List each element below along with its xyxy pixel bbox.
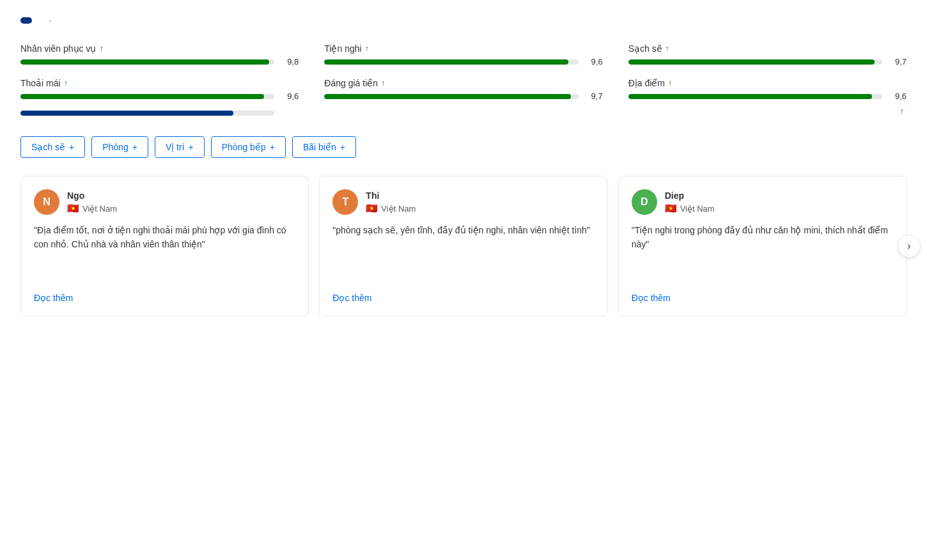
category-label: Địa điểm ↑: [628, 78, 907, 88]
read-more-link[interactable]: Đọc thêm: [332, 293, 594, 303]
reviewer-details: Diep 🇻🇳 Việt Nam: [665, 190, 715, 214]
reviewer-info: T Thi 🇻🇳 Việt Nam: [332, 189, 594, 215]
review-card: N Ngo 🇻🇳 Việt Nam "Địa điểm tốt, nơi ở t…: [20, 176, 309, 316]
score-badge: [20, 17, 32, 24]
avatar: T: [332, 189, 358, 215]
bar-row: 9,7: [324, 91, 602, 101]
category-item: Tiện nghi ↑ 9,6: [324, 43, 602, 66]
category-label: Đáng giá tiền ↑: [324, 78, 602, 88]
bar-row: 9,8: [20, 57, 299, 66]
category-arrow-icon: ↑: [666, 44, 669, 53]
score-header: ·: [20, 15, 907, 26]
bar-fill: [628, 94, 872, 99]
bar-value: 9,6: [585, 57, 603, 66]
reviewer-details: Ngo 🇻🇳 Việt Nam: [67, 190, 117, 214]
topic-plus-icon: +: [189, 142, 194, 152]
bar-row: 9,6: [324, 57, 602, 66]
topic-chip[interactable]: Phòng+: [91, 136, 148, 158]
category-arrow-icon: ↑: [668, 79, 672, 88]
bar-track: [628, 94, 882, 99]
categories-grid: Nhân viên phục vụ ↑ 9,8 Tiện nghi ↑ 9,6 …: [20, 43, 907, 101]
bar-row: 9,7: [628, 57, 907, 66]
read-more-link[interactable]: Đọc thêm: [34, 293, 295, 303]
category-label: Thoải mái ↑: [20, 78, 299, 88]
reviewer-name: Diep: [665, 190, 715, 201]
reviewer-country: 🇻🇳 Việt Nam: [665, 203, 715, 214]
bar-row: 9,6: [628, 91, 907, 101]
flag-icon: 🇻🇳: [665, 203, 677, 214]
wifi-bar-row: [20, 111, 299, 116]
review-text: "Tiện nghi trong phòng đầy đủ như căn hộ…: [632, 224, 893, 285]
flag-icon: 🇻🇳: [366, 203, 378, 214]
bar-track: [20, 94, 274, 99]
country-label: Việt Nam: [82, 204, 117, 214]
bar-track: [324, 59, 578, 65]
topic-plus-icon: +: [340, 142, 345, 152]
bar-track: [324, 94, 578, 99]
reviewer-info: D Diep 🇻🇳 Việt Nam: [632, 189, 893, 215]
reviewer-name: Thi: [366, 190, 416, 201]
reviewer-country: 🇻🇳 Việt Nam: [366, 203, 416, 214]
review-text: "Địa điểm tốt, nơi ở tiện nghi thoải mái…: [34, 224, 295, 285]
bar-value: 9,6: [281, 91, 299, 101]
reviewer-country: 🇻🇳 Việt Nam: [67, 203, 117, 214]
high-score-note: ↑: [900, 106, 907, 116]
wifi-bar-track: [20, 111, 274, 116]
topic-chip[interactable]: Phòng bếp+: [211, 136, 286, 158]
country-label: Việt Nam: [381, 204, 416, 214]
category-arrow-icon: ↑: [64, 79, 68, 88]
topic-plus-icon: +: [69, 142, 74, 152]
category-arrow-icon: ↑: [99, 44, 103, 53]
topic-label: Phòng bếp: [222, 142, 266, 152]
review-text: "phòng sạch sẽ, yên tĩnh, đầy đủ tiện ng…: [332, 224, 594, 285]
category-arrow-icon: ↑: [381, 79, 385, 88]
bar-fill: [20, 59, 269, 65]
bar-fill: [324, 59, 568, 65]
flag-icon: 🇻🇳: [67, 203, 79, 214]
topic-plus-icon: +: [270, 142, 275, 152]
bar-value: 9,8: [281, 57, 299, 66]
category-item: Sạch sẽ ↑ 9,7: [628, 43, 907, 66]
topic-label: Sạch sẽ: [31, 142, 65, 152]
category-item: Địa điểm ↑ 9,6: [628, 78, 907, 101]
bar-fill: [628, 59, 875, 65]
topic-label: Phòng: [102, 142, 128, 152]
review-card: D Diep 🇻🇳 Việt Nam "Tiện nghi trong phòn…: [618, 176, 907, 316]
bar-track: [20, 59, 274, 65]
topic-chip[interactable]: Bãi biển+: [292, 136, 356, 158]
read-more-link[interactable]: Đọc thêm: [632, 293, 893, 303]
reviewer-info: N Ngo 🇻🇳 Việt Nam: [34, 189, 295, 215]
bar-value: 9,7: [585, 91, 603, 101]
wifi-category: [20, 111, 299, 116]
category-label: Tiện nghi ↑: [324, 43, 602, 54]
reviews-section: N Ngo 🇻🇳 Việt Nam "Địa điểm tốt, nơi ở t…: [20, 176, 907, 316]
carousel-next-button[interactable]: ›: [898, 235, 921, 258]
reviewer-name: Ngo: [67, 190, 117, 201]
avatar: N: [34, 189, 59, 215]
topic-chip[interactable]: Vị trí+: [155, 136, 205, 158]
separator: ·: [49, 15, 51, 26]
topic-label: Bãi biển: [303, 142, 336, 152]
country-label: Việt Nam: [680, 204, 715, 214]
bar-row: 9,6: [20, 91, 299, 101]
bar-fill: [324, 94, 570, 99]
category-label: Sạch sẽ ↑: [628, 43, 907, 54]
review-card: T Thi 🇻🇳 Việt Nam "phòng sạch sẽ, yên tĩ…: [319, 176, 607, 316]
bar-track: [628, 59, 882, 65]
bar-fill: [20, 94, 264, 99]
avatar: D: [632, 189, 657, 215]
high-score-arrow-icon: ↑: [900, 106, 905, 116]
reviews-grid: N Ngo 🇻🇳 Việt Nam "Địa điểm tốt, nơi ở t…: [20, 176, 907, 316]
topic-label: Vị trí: [166, 142, 185, 152]
topic-plus-icon: +: [132, 142, 137, 152]
topics-section: Sạch sẽ+Phòng+Vị trí+Phòng bếp+Bãi biển+: [20, 136, 907, 158]
topic-chip[interactable]: Sạch sẽ+: [20, 136, 85, 158]
wifi-bar-fill: [20, 111, 233, 116]
bar-value: 9,7: [889, 57, 907, 66]
category-arrow-icon: ↑: [365, 44, 369, 53]
category-item: Thoải mái ↑ 9,6: [20, 78, 299, 101]
wifi-row: ↑: [20, 106, 907, 116]
category-item: Nhân viên phục vụ ↑ 9,8: [20, 43, 299, 66]
topics-row: Sạch sẽ+Phòng+Vị trí+Phòng bếp+Bãi biển+: [20, 136, 907, 158]
category-item: Đáng giá tiền ↑ 9,7: [324, 78, 602, 101]
